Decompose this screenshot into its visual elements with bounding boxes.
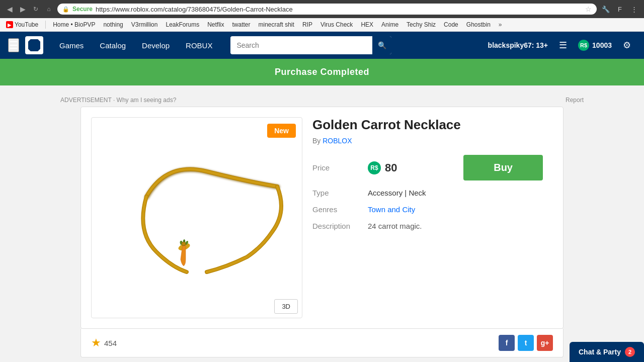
bookmark-netflix-label: Netflix [207,21,224,28]
price-row: Price R$ 80 Buy [312,155,543,180]
product-image-section: New [91,117,302,318]
robux-icon: R$ [578,40,589,51]
product-details: Golden Carrot Necklace By ROBLOX Price R… [302,117,553,318]
favorite-star-icon[interactable]: ★ [91,336,101,349]
extensions-button[interactable]: 🔧 [600,3,612,15]
bookmark-home-biopvp-label: Home • BioPVP [53,21,95,28]
robux-price-icon: R$ [368,161,381,174]
search-bar: 🔍 [230,36,391,54]
bookmark-leakforums[interactable]: LeakForums [164,20,201,29]
description-text: 24 carrot magic. [368,222,422,230]
bookmark-rip-label: RIP [302,21,312,28]
back-button[interactable]: ◀ [4,4,15,15]
description-row: Description 24 carrot magic. [312,222,543,230]
nav-buttons: ◀ ▶ ↻ ⌂ [4,4,54,15]
product-image-area [92,118,302,295]
type-label: Type [312,189,368,197]
bookmark-leakforums-label: LeakForums [166,21,199,28]
nav-develop[interactable]: Develop [134,32,178,59]
bookmark-youtube[interactable]: ▶ YouTube [4,20,40,29]
price-label: Price [312,163,368,172]
favorites-section: ★ 454 [91,336,117,349]
why-ads-link[interactable]: Why am I seeing ads? [117,97,177,104]
product-image [106,131,287,282]
username-label: blackspiky67: 13+ [488,41,548,49]
genres-row: Genres Town and City [312,205,543,214]
bookmark-virus-check[interactable]: Virus Check [318,20,355,29]
bookmark-nothing-label: nothing [103,21,123,28]
bookmark-ghostbin-label: Ghostbin [466,21,491,28]
bookmark-v3rmillion-label: V3rmillion [131,21,158,28]
advertisement-text: ADVERTISEMENT [60,97,112,104]
profile-button[interactable]: F [614,3,626,15]
description-label: Description [312,222,368,230]
ad-label: ADVERTISEMENT · Why am I seeing ads? [60,97,176,104]
bookmark-twatter[interactable]: twatter [230,20,253,29]
price-amount: 80 [385,161,397,174]
bookmark-techy-shiz-label: Techy Shiz [407,21,436,28]
main-content: ADVERTISEMENT · Why am I seeing ads? Rep… [0,85,644,362]
bookmark-home-biopvp[interactable]: Home • BioPVP [51,20,97,29]
bookmark-anime[interactable]: Anime [379,20,400,29]
bookmark-nothing[interactable]: nothing [101,20,125,29]
youtube-favicon: ▶ [6,21,13,28]
type-value: Accessory | Neck [368,189,426,197]
lock-icon: 🔒 [62,6,69,13]
bookmark-techy-shiz[interactable]: Techy Shiz [405,20,438,29]
address-bar[interactable]: 🔒 Secure https://www.roblox.com/catalog/… [57,4,597,15]
bookmark-star-icon[interactable]: ☆ [585,5,592,13]
ad-bar: ADVERTISEMENT · Why am I seeing ads? Rep… [0,94,644,107]
roblox-logo[interactable] [25,36,43,54]
svg-point-1 [182,242,186,246]
bookmark-ghostbin[interactable]: Ghostbin [464,20,493,29]
bookmark-minecraft-label: minecraft shit [259,21,294,28]
genres-label: Genres [312,205,368,214]
chat-widget[interactable]: Chat & Party 2 [570,342,644,362]
bookmark-hex-label: HEX [361,21,373,28]
twitter-share-button[interactable]: t [518,335,534,351]
roblox-nav: ☰ Games Catalog Develop ROBUX 🔍 blackspi… [0,32,644,59]
bookmark-netflix[interactable]: Netflix [205,20,226,29]
bookmark-code[interactable]: Code [442,20,460,29]
refresh-button[interactable]: ↻ [30,4,41,15]
bookmark-v3rmillion[interactable]: V3rmillion [129,20,160,29]
buy-button[interactable]: Buy [463,155,543,180]
settings-button[interactable]: ⚙ [618,36,636,54]
hamburger-menu-button[interactable]: ☰ [8,38,19,52]
googleplus-share-button[interactable]: g+ [537,335,553,351]
robux-button[interactable]: R$ 10003 [578,40,612,51]
nav-robux[interactable]: ROBUX [178,32,220,59]
bookmark-minecraft[interactable]: minecraft shit [257,20,296,29]
genre-link[interactable]: Town and City [368,205,415,214]
product-creator-link[interactable]: ROBLOX [323,137,352,145]
url-text: https://www.roblox.com/catalog/738680475… [96,6,582,13]
bookmark-rip[interactable]: RIP [300,20,314,29]
view-3d-button[interactable]: 3D [274,299,298,314]
robux-amount: 10003 [592,41,612,49]
nav-games[interactable]: Games [51,32,92,59]
ad-separator: · [113,97,117,104]
roblox-logo-inner [28,39,40,51]
product-by-prefix: By [312,137,323,145]
search-button[interactable]: 🔍 [372,36,391,54]
purchase-banner-text: Purchase Completed [275,67,369,77]
forward-button[interactable]: ▶ [17,4,28,15]
browser-actions: 🔧 F ⋮ [600,3,640,15]
nav-catalog[interactable]: Catalog [92,32,134,59]
facebook-share-button[interactable]: f [499,335,515,351]
more-tools-button[interactable]: ⋮ [628,3,640,15]
home-button[interactable]: ⌂ [43,4,54,15]
bookmarks-more-button[interactable]: » [499,21,502,28]
bookmark-anime-label: Anime [381,21,398,28]
type-row: Type Accessory | Neck [312,189,543,197]
report-link[interactable]: Report [566,97,584,104]
bookmark-youtube-label: YouTube [15,21,38,28]
browser-toolbar: ◀ ▶ ↻ ⌂ 🔒 Secure https://www.roblox.com/… [0,0,644,18]
new-badge: New [267,124,296,138]
search-input[interactable] [230,37,372,53]
nav-links: Games Catalog Develop ROBUX [51,32,220,59]
notifications-button[interactable]: ☰ [554,36,572,54]
product-bottom-bar: ★ 454 f t g+ [80,329,564,357]
bookmark-hex[interactable]: HEX [359,20,375,29]
product-by: By ROBLOX [312,137,543,145]
